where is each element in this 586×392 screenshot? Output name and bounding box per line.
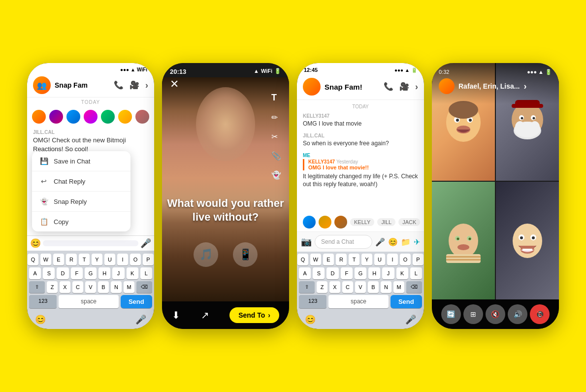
key-n[interactable]: N — [111, 281, 122, 293]
key-c[interactable]: C — [72, 281, 83, 293]
k3-space[interactable]: space — [328, 295, 388, 308]
k3-a[interactable]: A — [299, 267, 311, 279]
key-a[interactable]: A — [29, 267, 41, 279]
key-y[interactable]: Y — [92, 254, 102, 265]
k3-v[interactable]: V — [355, 281, 366, 293]
video-icon[interactable]: 🎥 — [130, 80, 139, 91]
key-delete[interactable]: ⌫ — [136, 281, 152, 293]
k3-n[interactable]: N — [381, 281, 391, 293]
ctx-save-chat[interactable]: 💾 Save in Chat — [32, 151, 130, 171]
k3-send[interactable]: Send — [391, 295, 422, 308]
k3-f[interactable]: F — [341, 267, 353, 279]
p3-sticker-icon[interactable]: 📁 — [401, 237, 411, 247]
k3-z[interactable]: Z — [317, 281, 327, 293]
send-to-button[interactable]: Send To › — [229, 307, 279, 323]
key-123[interactable]: 123 — [29, 295, 57, 308]
p4-forward-icon[interactable]: › — [524, 81, 527, 92]
p3-chat-input[interactable]: Send a Chat — [315, 235, 372, 249]
key-x[interactable]: X — [60, 281, 70, 293]
call-icon[interactable]: 📞 — [114, 80, 124, 91]
key-q[interactable]: Q — [28, 254, 38, 265]
key-s[interactable]: S — [43, 267, 55, 279]
draw-tool-icon[interactable]: ✏ — [271, 113, 281, 122]
key-w[interactable]: W — [40, 254, 51, 265]
ctx-snap-reply[interactable]: 👻 Snap Reply — [32, 192, 130, 212]
p3-camera-icon[interactable]: 📷 — [301, 236, 312, 247]
mic-icon[interactable]: 🎤 — [140, 238, 151, 249]
p3-mic-bottom[interactable]: 🎤 — [405, 314, 416, 325]
k3-shift[interactable]: ⇧ — [299, 281, 315, 293]
k3-b[interactable]: B — [368, 281, 379, 293]
end-call-btn[interactable]: 📵 — [530, 304, 550, 324]
k3-s[interactable]: S — [313, 267, 325, 279]
k3-i[interactable]: I — [387, 254, 398, 265]
key-i[interactable]: I — [117, 254, 128, 265]
key-u[interactable]: U — [104, 254, 115, 265]
option-phone[interactable]: 📱 — [233, 242, 258, 267]
k3-x[interactable]: X — [329, 281, 340, 293]
k3-o[interactable]: O — [400, 254, 411, 265]
chat-input[interactable] — [43, 240, 138, 246]
key-b[interactable]: B — [98, 281, 109, 293]
k3-w[interactable]: W — [310, 254, 321, 265]
k3-g[interactable]: G — [355, 267, 366, 279]
key-k[interactable]: K — [127, 267, 138, 279]
speaker-btn[interactable]: 🔊 — [508, 304, 527, 324]
key-t[interactable]: T — [79, 254, 90, 265]
p3-emoji-icon[interactable]: 😊 — [388, 237, 398, 247]
k3-p[interactable]: P — [413, 254, 423, 265]
key-r[interactable]: R — [66, 254, 77, 265]
k3-y[interactable]: Y — [361, 254, 372, 265]
key-d[interactable]: D — [57, 267, 68, 279]
k3-c[interactable]: C — [342, 281, 353, 293]
k3-d[interactable]: D — [326, 267, 338, 279]
k3-r[interactable]: R — [336, 254, 347, 265]
p3-mic-icon[interactable]: 🎤 — [375, 237, 385, 247]
attach-tool-icon[interactable]: 📎 — [271, 151, 281, 161]
mic-bottom-icon[interactable]: 🎤 — [135, 314, 146, 325]
p3-forward-icon[interactable]: › — [415, 82, 418, 92]
ctx-chat-reply[interactable]: ↩ Chat Reply — [32, 171, 130, 192]
key-j[interactable]: J — [112, 267, 124, 279]
key-z[interactable]: Z — [47, 281, 58, 293]
key-p[interactable]: P — [143, 254, 154, 265]
k3-e[interactable]: E — [323, 254, 334, 265]
p3-video-icon[interactable]: 🎥 — [399, 82, 409, 92]
key-h[interactable]: H — [98, 267, 110, 279]
key-f[interactable]: F — [71, 267, 83, 279]
p3-emoji-bottom[interactable]: 😊 — [305, 314, 316, 325]
k3-del[interactable]: ⌫ — [406, 281, 422, 293]
flip-camera-btn[interactable]: 🔄 — [441, 304, 461, 324]
k3-j[interactable]: J — [382, 267, 394, 279]
close-icon[interactable]: ✕ — [170, 78, 179, 90]
mute-btn[interactable]: 🔇 — [486, 304, 505, 324]
key-space[interactable]: space — [59, 295, 118, 308]
p3-call-icon[interactable]: 📞 — [384, 82, 393, 92]
key-e[interactable]: E — [53, 254, 64, 265]
k3-k[interactable]: K — [396, 267, 408, 279]
key-g[interactable]: G — [85, 267, 97, 279]
k3-u[interactable]: U — [374, 254, 385, 265]
k3-q[interactable]: Q — [297, 254, 308, 265]
snap-tool-icon[interactable]: 👻 — [271, 170, 281, 180]
p3-send-icon[interactable]: ✈ — [414, 237, 420, 247]
share-icon[interactable]: ↗ — [201, 309, 209, 321]
k3-l[interactable]: L — [410, 267, 422, 279]
k3-123[interactable]: 123 — [299, 295, 326, 308]
key-l[interactable]: L — [140, 267, 152, 279]
emoji-bottom-icon[interactable]: 😊 — [35, 314, 46, 325]
scissors-tool-icon[interactable]: ✂ — [271, 132, 281, 141]
key-o[interactable]: O — [130, 254, 141, 265]
grid-btn[interactable]: ⊞ — [463, 304, 483, 324]
download-icon[interactable]: ⬇ — [172, 309, 180, 321]
option-music[interactable]: 🎵 — [194, 242, 218, 267]
k3-t[interactable]: T — [349, 254, 359, 265]
text-tool-icon[interactable]: T — [271, 93, 281, 103]
k3-h[interactable]: H — [368, 267, 380, 279]
forward-icon[interactable]: › — [145, 80, 148, 91]
key-m[interactable]: M — [124, 281, 134, 293]
key-shift[interactable]: ⇧ — [29, 281, 45, 293]
ctx-copy[interactable]: 📋 Copy — [32, 212, 130, 231]
emoji-icon[interactable]: 😊 — [30, 238, 41, 249]
key-v[interactable]: V — [85, 281, 96, 293]
